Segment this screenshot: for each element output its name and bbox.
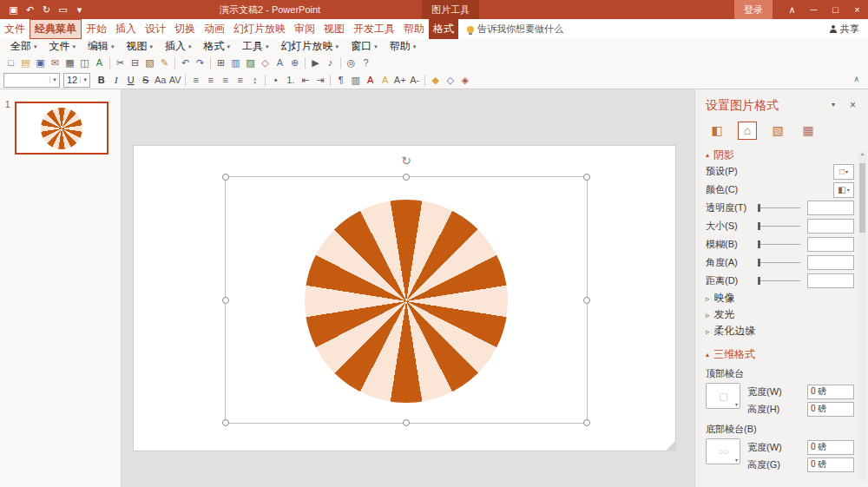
insert-shapes-icon[interactable]: ◇ xyxy=(258,56,273,69)
slide[interactable]: ↻ xyxy=(133,145,676,451)
strikethrough-icon[interactable]: S xyxy=(138,73,153,87)
menu-all[interactable]: 全部 ▾ xyxy=(4,39,43,54)
text-shadow-icon[interactable]: Aa xyxy=(153,73,168,87)
text-direction-icon[interactable]: ¶ xyxy=(333,73,348,87)
top-bevel-width-input[interactable] xyxy=(807,385,854,399)
decrease-indent-icon[interactable]: ⇤ xyxy=(298,73,312,87)
slider-track[interactable] xyxy=(758,207,800,208)
section-glow[interactable]: ▹ 发光 xyxy=(706,306,854,323)
tab-design[interactable]: 设计 xyxy=(141,19,170,39)
insert-picture-icon[interactable]: ▨ xyxy=(243,56,258,69)
slider-knob[interactable] xyxy=(758,277,760,285)
columns-icon[interactable]: ▥ xyxy=(348,73,363,87)
underline-icon[interactable]: U xyxy=(123,73,138,87)
email-icon[interactable]: ✉ xyxy=(48,56,62,69)
tab-view[interactable]: 视图 xyxy=(319,19,349,39)
print-icon[interactable]: ▦ xyxy=(62,56,77,69)
print-preview-icon[interactable]: ◫ xyxy=(77,56,92,69)
slideshow-icon[interactable]: ▭ xyxy=(55,0,71,19)
selection-handle-middle-right[interactable] xyxy=(583,297,590,304)
effects-icon[interactable]: ⌂ xyxy=(738,122,757,140)
shape-fill-icon[interactable]: ◆ xyxy=(428,73,443,87)
selection-handle-top-middle[interactable] xyxy=(403,174,410,181)
menu-window[interactable]: 窗口 ▾ xyxy=(345,39,384,54)
help-icon[interactable]: ? xyxy=(358,56,373,69)
slider-knob[interactable] xyxy=(758,259,760,267)
new-document-icon[interactable]: □ xyxy=(3,56,18,69)
highlight-icon[interactable]: A xyxy=(378,73,392,87)
ribbon-display-options-icon[interactable]: ∧ xyxy=(781,0,803,19)
share-button[interactable]: 共享 xyxy=(829,19,859,39)
pane-close-icon[interactable]: × xyxy=(850,99,856,111)
menu-format[interactable]: 格式 ▾ xyxy=(198,39,237,54)
pane-scrollbar[interactable]: ▴ xyxy=(858,150,866,482)
shadow-preset-button[interactable]: □ ▾ xyxy=(833,164,854,180)
undo-icon[interactable]: ↶ xyxy=(22,0,38,19)
shadow-color-button[interactable]: ◧ ▾ xyxy=(833,182,854,198)
slider-track[interactable] xyxy=(758,226,800,227)
paste-icon[interactable]: ▧ xyxy=(142,56,157,69)
character-spacing-icon[interactable]: AV xyxy=(168,73,182,87)
selection-handle-middle-left[interactable] xyxy=(222,297,229,304)
tab-home[interactable]: 开始 xyxy=(82,19,111,39)
numbering-icon[interactable]: 1. xyxy=(283,73,298,87)
format-painter-icon[interactable]: ✎ xyxy=(157,56,172,69)
menu-help[interactable]: 帮助 ▾ xyxy=(384,39,423,54)
menu-file[interactable]: 文件 ▾ xyxy=(43,39,82,54)
spelling-icon[interactable]: A xyxy=(92,56,107,69)
minimize-icon[interactable]: ─ xyxy=(803,0,825,19)
tell-me-box[interactable]: 告诉我你想要做什么 xyxy=(467,19,563,39)
scrollbar-up-icon[interactable]: ▴ xyxy=(858,150,866,158)
decrease-font-icon[interactable]: A- xyxy=(407,73,422,87)
save-icon[interactable]: ▣ xyxy=(5,0,22,19)
threed-format-section-header[interactable]: ▴ 三维格式 xyxy=(706,347,854,362)
selection-handle-bottom-left[interactable] xyxy=(222,419,229,426)
restore-icon[interactable]: □ xyxy=(825,0,846,19)
customize-quick-access-icon[interactable]: ▾ xyxy=(71,0,88,19)
fill-line-icon[interactable]: ◧ xyxy=(707,122,727,140)
section-reflection[interactable]: ▹ 映像 xyxy=(706,290,854,306)
bullets-icon[interactable]: • xyxy=(268,73,283,87)
tab-classic-menu[interactable]: 经典菜单 xyxy=(30,19,82,39)
selection-handle-top-right[interactable] xyxy=(583,174,590,181)
menu-edit[interactable]: 编辑 ▾ xyxy=(82,39,121,54)
menu-slide-show[interactable]: 幻灯片放映 ▾ xyxy=(275,39,345,54)
shadow-blur-input[interactable] xyxy=(807,237,854,252)
menu-insert[interactable]: 插入 ▾ xyxy=(159,39,198,54)
movie-icon[interactable]: ▶ xyxy=(308,56,323,69)
open-icon[interactable]: ▤ xyxy=(18,56,33,69)
rotation-handle[interactable]: ↻ xyxy=(401,154,411,168)
scrollbar-thumb[interactable] xyxy=(859,163,865,233)
insert-chart-icon[interactable]: ▥ xyxy=(228,56,243,69)
tab-slide-show[interactable]: 幻灯片放映 xyxy=(229,19,290,39)
selection-handle-bottom-middle[interactable] xyxy=(403,419,410,426)
slider-track[interactable] xyxy=(758,262,800,263)
line-spacing-icon[interactable]: ↕ xyxy=(247,73,262,87)
chevron-down-icon[interactable]: ▾ xyxy=(49,76,59,83)
tab-insert[interactable]: 插入 xyxy=(111,19,141,39)
pane-options-icon[interactable]: ▾ xyxy=(832,101,835,109)
copy-icon[interactable]: ⊟ xyxy=(128,56,142,69)
hyperlink-icon[interactable]: ⊕ xyxy=(287,56,302,69)
selection-handle-top-left[interactable] xyxy=(222,174,229,181)
close-icon[interactable]: × xyxy=(846,0,868,19)
align-center-icon[interactable]: ≡ xyxy=(203,73,218,87)
chevron-down-icon[interactable]: ▾ xyxy=(80,76,89,83)
bold-icon[interactable]: B xyxy=(94,73,108,87)
top-bevel-height-input[interactable] xyxy=(807,402,854,417)
slider-knob[interactable] xyxy=(758,204,760,212)
collapse-ribbon-button[interactable]: ∧ xyxy=(853,75,859,83)
shadow-transparency-input[interactable] xyxy=(807,201,854,215)
tab-developer[interactable]: 开发工具 xyxy=(349,19,399,39)
pinwheel-image[interactable] xyxy=(305,200,508,403)
slider-knob[interactable] xyxy=(758,222,760,230)
increase-font-icon[interactable]: A+ xyxy=(392,73,407,87)
bottom-bevel-button[interactable]: ○○ ▾ xyxy=(706,438,740,464)
save-icon[interactable]: ▣ xyxy=(33,56,48,69)
bottom-bevel-height-input[interactable] xyxy=(807,457,854,472)
font-name-combo[interactable]: ▾ xyxy=(3,73,60,88)
quick-styles-icon[interactable]: ◈ xyxy=(457,73,472,87)
align-right-icon[interactable]: ≡ xyxy=(218,73,233,87)
text-box-icon[interactable]: A xyxy=(273,56,287,69)
slide-thumbnail[interactable] xyxy=(15,102,108,155)
